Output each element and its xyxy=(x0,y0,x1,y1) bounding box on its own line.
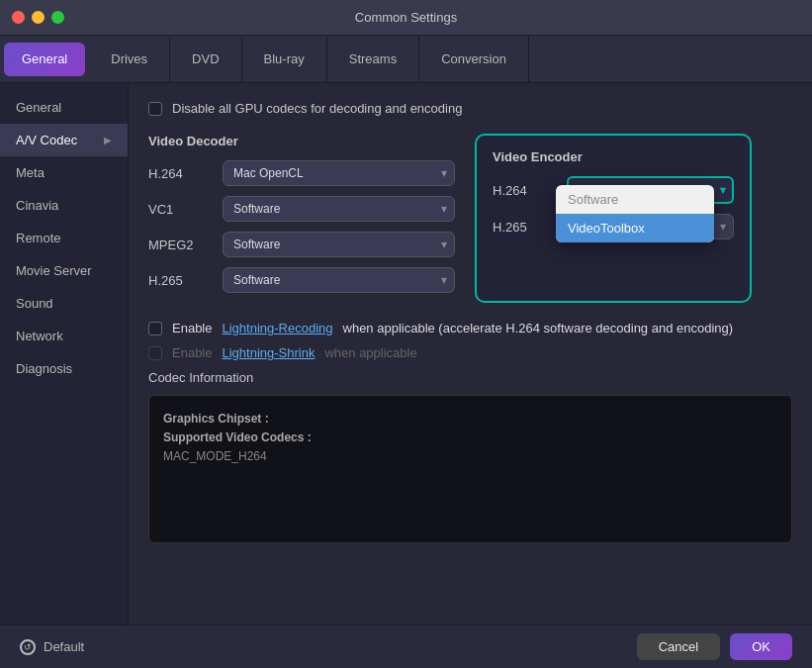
maximize-button[interactable] xyxy=(51,11,64,24)
disable-gpu-label: Disable all GPU codecs for decoding and … xyxy=(172,101,462,116)
lightning-shrink-row: Enable Lightning-Shrink when applicable xyxy=(148,345,792,360)
decoder-row-vc1: VC1 Software xyxy=(148,196,455,222)
sidebar-item-movieserver[interactable]: Movie Server xyxy=(0,254,128,287)
video-decoder-section: Video Decoder H.264 Mac OpenCL Software … xyxy=(148,134,455,303)
sidebar: General A/V Codec ▶ Meta Cinavia Remote … xyxy=(0,83,129,624)
sidebar-item-avcodec[interactable]: A/V Codec ▶ xyxy=(0,124,128,156)
decoder-select-h264[interactable]: Mac OpenCL Software xyxy=(223,160,455,186)
lightning-recoding-row: Enable Lightning-Recoding when applicabl… xyxy=(148,321,792,335)
decoder-label-h265: H.265 xyxy=(148,273,213,288)
decoder-select-h265[interactable]: Software xyxy=(223,267,455,293)
disable-gpu-checkbox[interactable] xyxy=(148,102,162,116)
decoder-select-wrapper-h265: Software xyxy=(223,267,455,293)
codec-info-box: Graphics Chipset : Supported Video Codec… xyxy=(148,395,792,543)
enable-label-1: Enable xyxy=(172,321,212,335)
disable-gpu-row: Disable all GPU codecs for decoding and … xyxy=(148,101,792,116)
window-title: Common Settings xyxy=(355,10,457,25)
traffic-lights xyxy=(12,11,64,24)
decoder-label-mpeg2: MPEG2 xyxy=(148,238,213,252)
decoder-label-h264: H.264 xyxy=(148,166,213,181)
sidebar-item-diagnosis[interactable]: Diagnosis xyxy=(0,352,128,385)
codec-info-line1: Graphics Chipset : xyxy=(163,412,269,426)
tab-streams[interactable]: Streams xyxy=(327,36,419,82)
video-encoder-title: Video Encoder xyxy=(493,149,734,164)
cancel-button[interactable]: Cancel xyxy=(637,633,720,660)
decoder-select-wrapper-mpeg2: Software xyxy=(223,232,455,257)
ok-button[interactable]: OK xyxy=(730,633,792,660)
encoder-label-h265: H.265 xyxy=(493,220,557,235)
bottom-right-actions: Cancel OK xyxy=(637,633,792,660)
content-area: Disable all GPU codecs for decoding and … xyxy=(129,83,812,624)
lightning-recoding-checkbox[interactable] xyxy=(148,322,162,335)
title-bar: Common Settings xyxy=(0,0,812,36)
encoder-dropdown-popup: Software VideoToolbox xyxy=(556,185,714,242)
decoder-select-vc1[interactable]: Software xyxy=(223,196,455,222)
enable-label-2: Enable xyxy=(172,345,212,360)
close-button[interactable] xyxy=(12,11,25,24)
video-encoder-section: Video Encoder H.264 Software VideoToolbo… xyxy=(475,134,752,303)
sidebar-item-cinavia[interactable]: Cinavia xyxy=(0,189,128,222)
lightning-shrink-link[interactable]: Lightning-Shrink xyxy=(222,345,315,360)
decoder-label-vc1: VC1 xyxy=(148,202,213,217)
when-applicable-label-2: when applicable xyxy=(324,345,416,360)
tab-bluray[interactable]: Blu-ray xyxy=(242,36,327,82)
tab-drives[interactable]: Drives xyxy=(89,36,170,82)
sidebar-item-sound[interactable]: Sound xyxy=(0,287,128,320)
main-layout: General A/V Codec ▶ Meta Cinavia Remote … xyxy=(0,83,812,624)
encoder-label-h264: H.264 xyxy=(493,183,557,198)
nav-tabs: General Drives DVD Blu-ray Streams Conve… xyxy=(0,36,812,83)
decoder-row-h265: H.265 Software xyxy=(148,267,455,293)
codec-info-line2: Supported Video Codecs : xyxy=(163,430,312,444)
when-applicable-label-1: when applicable (accelerate H.264 softwa… xyxy=(343,321,734,335)
bottom-bar: ↺ Default Cancel OK xyxy=(0,624,812,668)
codec-info-title: Codec Information xyxy=(148,370,792,385)
tab-dvd[interactable]: DVD xyxy=(170,36,241,82)
chevron-right-icon: ▶ xyxy=(104,135,112,145)
decoder-select-mpeg2[interactable]: Software xyxy=(223,232,455,257)
sidebar-item-network[interactable]: Network xyxy=(0,320,128,352)
minimize-button[interactable] xyxy=(32,11,45,24)
lightning-recoding-link[interactable]: Lightning-Recoding xyxy=(222,321,332,335)
sidebar-item-remote[interactable]: Remote xyxy=(0,222,128,254)
decoder-row-mpeg2: MPEG2 Software xyxy=(148,232,455,257)
codec-info-line3: MAC_MODE_H264 xyxy=(163,449,267,463)
decoder-select-wrapper-vc1: Software xyxy=(223,196,455,222)
codec-info-section: Codec Information Graphics Chipset : Sup… xyxy=(148,370,792,543)
codecs-row: Video Decoder H.264 Mac OpenCL Software … xyxy=(148,134,792,303)
video-decoder-title: Video Decoder xyxy=(148,134,455,148)
tab-conversion[interactable]: Conversion xyxy=(419,36,529,82)
dropdown-option-software[interactable]: Software xyxy=(556,185,714,214)
decoder-row-h264: H.264 Mac OpenCL Software xyxy=(148,160,455,186)
dropdown-option-videotoolbox[interactable]: VideoToolbox xyxy=(556,214,714,242)
sidebar-item-meta[interactable]: Meta xyxy=(0,156,128,189)
sidebar-item-general[interactable]: General xyxy=(0,91,128,124)
default-label: Default xyxy=(44,639,84,654)
decoder-select-wrapper-h264: Mac OpenCL Software xyxy=(223,160,455,186)
default-icon: ↺ xyxy=(20,639,36,655)
tab-general[interactable]: General xyxy=(4,43,85,76)
default-button[interactable]: ↺ Default xyxy=(20,639,84,655)
lightning-shrink-checkbox[interactable] xyxy=(148,346,162,360)
